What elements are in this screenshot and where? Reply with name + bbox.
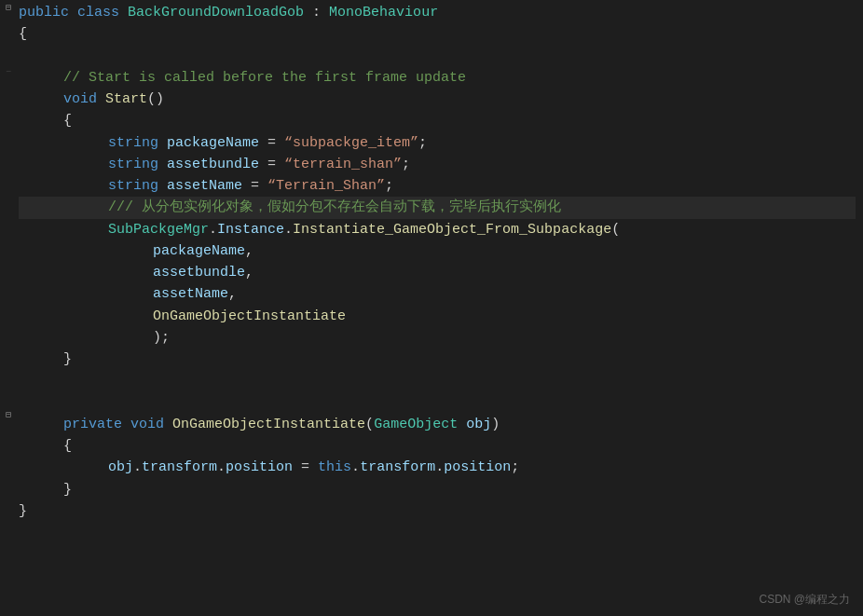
line-6: { — [19, 110, 856, 131]
fold-icon-4[interactable]: − — [4, 66, 13, 79]
token-packagename-arg: packageName — [153, 240, 245, 262]
line-3 — [19, 46, 856, 67]
line-10: /// 从分包实例化对象，假如分包不存在会自动下载，完毕后执行实例化 — [19, 197, 856, 218]
line-19 — [19, 392, 856, 414]
token-classname: BackGroundDownloadGob — [128, 2, 304, 23]
token-void: void — [63, 89, 97, 110]
token-position1: position — [226, 457, 293, 478]
line-24: } — [19, 500, 856, 522]
code-container: ⊟ − ⊟ — [0, 0, 863, 616]
token-assetbundle-var: assetbundle — [167, 154, 259, 175]
watermark: CSDN @编程之力 — [759, 591, 850, 609]
token-instance: Instance — [217, 219, 284, 240]
line-1: public class BackGroundDownloadGob : Mon… — [19, 2, 856, 23]
gutter: ⊟ − ⊟ — [0, 0, 17, 616]
line-23: } — [19, 479, 856, 500]
line-2: { — [19, 23, 856, 45]
token-str-terrainshan: “Terrain_Shan” — [267, 175, 385, 197]
token-string1: string — [108, 132, 158, 154]
token-gameobject-type: GameObject — [374, 414, 458, 435]
token-void2: void — [130, 414, 164, 435]
line-12: packageName , — [19, 240, 856, 262]
fold-icon-20[interactable]: ⊟ — [4, 409, 13, 422]
token-private: private — [63, 414, 122, 435]
token-assetname-var: assetName — [167, 175, 242, 197]
token-string3: string — [108, 175, 158, 197]
token-comment-start: // Start is called before the first fram… — [63, 67, 466, 89]
line-13: assetbundle , — [19, 262, 856, 283]
line-22: obj . transform . position = this . tran… — [19, 457, 856, 478]
line-17: } — [19, 349, 856, 370]
token-position2: position — [444, 457, 511, 478]
token-assetname-arg: assetName — [153, 283, 228, 305]
line-11: SubPackgeMgr . Instance . Instantiate_Ga… — [19, 219, 856, 240]
line-21: { — [19, 435, 856, 457]
line-18 — [19, 370, 856, 391]
token-packagename-var: packageName — [167, 132, 259, 154]
token-obj-param: obj — [466, 414, 491, 435]
token-str-terrain: “terrain_shan” — [284, 154, 402, 175]
token-assetbundle-arg: assetbundle — [153, 262, 245, 283]
line-16: ); — [19, 327, 856, 349]
token-string2: string — [108, 154, 158, 175]
line-5: void Start () — [19, 89, 856, 110]
line-15: OnGameObjectInstantiate — [19, 306, 856, 327]
token-public: public — [19, 2, 69, 23]
token-this: this — [318, 457, 351, 478]
token-instantiate-method: Instantiate_GameObject_From_Subpackage — [293, 219, 611, 240]
gutter-line20: ⊟ — [4, 409, 13, 431]
code-area: ⊟ − ⊟ — [0, 0, 863, 616]
token-transform1: transform — [142, 457, 217, 478]
token-callback: OnGameObjectInstantiate — [153, 306, 346, 327]
line-20: private void OnGameObjectInstantiate ( G… — [19, 414, 856, 435]
token-subpackgemgr: SubPackgeMgr — [108, 219, 209, 240]
token-comment-cn: /// 从分包实例化对象，假如分包不存在会自动下载，完毕后执行实例化 — [108, 197, 561, 218]
gutter-line4: − — [4, 66, 13, 88]
token-obj-ref: obj — [108, 457, 133, 478]
token-ongameobjectinstantiate: OnGameObjectInstantiate — [172, 414, 365, 435]
token-class: class — [77, 2, 119, 23]
token-baseclassname: MonoBehaviour — [329, 2, 438, 23]
code-lines: public class BackGroundDownloadGob : Mon… — [17, 0, 863, 616]
line-7: string packageName = “subpackge_item” ; — [19, 132, 856, 154]
token-str-subpackge: “subpackge_item” — [284, 132, 418, 154]
fold-icon-1[interactable]: ⊟ — [4, 2, 13, 15]
token-start: Start — [105, 89, 147, 110]
line-8: string assetbundle = “terrain_shan” ; — [19, 154, 856, 175]
line-14: assetName , — [19, 283, 856, 305]
token-transform2: transform — [360, 457, 435, 478]
line-9: string assetName = “Terrain_Shan” ; — [19, 175, 856, 197]
gutter-line1: ⊟ — [4, 2, 13, 23]
line-4: // Start is called before the first fram… — [19, 67, 856, 89]
